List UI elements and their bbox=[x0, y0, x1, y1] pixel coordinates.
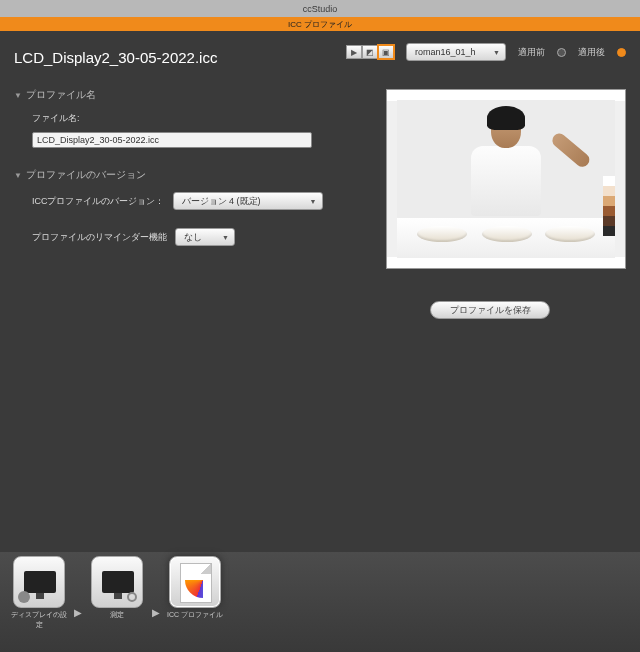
color-swatch bbox=[603, 206, 615, 216]
preview-controls: ▶ ◩ ▣ roman16_01_h 適用前 適用後 bbox=[346, 43, 626, 61]
window-titlebar: ccStudio bbox=[0, 0, 640, 17]
section-header-version[interactable]: プロファイルのバージョン bbox=[14, 168, 374, 182]
version-select[interactable]: バージョン 4 (既定) bbox=[173, 192, 323, 210]
color-swatch bbox=[603, 196, 615, 206]
preview-image bbox=[386, 89, 626, 269]
preview-image-value: roman16_01_h bbox=[415, 47, 476, 57]
filename-input[interactable] bbox=[32, 132, 312, 148]
main-panel: ▶ ◩ ▣ roman16_01_h 適用前 適用後 LCD_Display2_… bbox=[0, 31, 640, 652]
step-icc-profile[interactable]: ICC プロファイル bbox=[164, 556, 226, 620]
color-swatch bbox=[603, 186, 615, 196]
window-title: ccStudio bbox=[303, 4, 338, 14]
reminder-select[interactable]: なし bbox=[175, 228, 235, 246]
preview-mode-tabs: ▶ ◩ ▣ bbox=[346, 45, 394, 59]
before-radio[interactable] bbox=[557, 48, 566, 57]
workflow-steps: ディスプレイの設定 ▶ 測定 ▶ ICC プロファイル bbox=[0, 552, 640, 652]
version-label: ICCプロファイルのバージョン： bbox=[32, 195, 165, 208]
preview-tab-3[interactable]: ▣ bbox=[378, 45, 394, 59]
chevron-right-icon: ▶ bbox=[74, 607, 82, 618]
reminder-label: プロファイルのリマインダー機能 bbox=[32, 231, 167, 244]
section-header-name[interactable]: プロファイル名 bbox=[14, 88, 374, 102]
before-label: 適用前 bbox=[518, 46, 545, 59]
filename-label: ファイル名: bbox=[32, 112, 374, 125]
after-label: 適用後 bbox=[578, 46, 605, 59]
preview-image-select[interactable]: roman16_01_h bbox=[406, 43, 506, 61]
preview-tab-2[interactable]: ◩ bbox=[362, 45, 378, 59]
step-measure[interactable]: 測定 bbox=[86, 556, 148, 620]
save-profile-button[interactable]: プロファイルを保存 bbox=[430, 301, 550, 319]
chevron-right-icon: ▶ bbox=[152, 607, 160, 618]
window-subtitle: ICC プロファイル bbox=[288, 19, 352, 30]
after-radio[interactable] bbox=[617, 48, 626, 57]
color-swatch bbox=[603, 216, 615, 226]
color-swatch bbox=[603, 176, 615, 186]
preview-tab-1[interactable]: ▶ bbox=[346, 45, 362, 59]
step-display-settings[interactable]: ディスプレイの設定 bbox=[8, 556, 70, 630]
window-subtitle-bar: ICC プロファイル bbox=[0, 17, 640, 31]
color-swatch bbox=[603, 226, 615, 236]
